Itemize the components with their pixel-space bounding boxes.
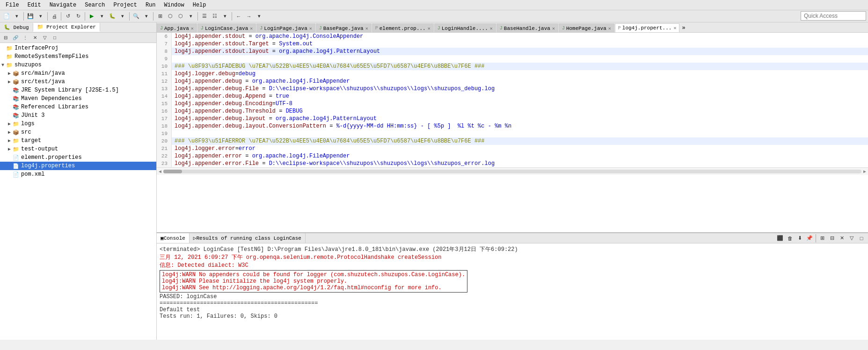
toolbar-run-dropdown[interactable]: ▾ — [97, 12, 107, 21]
menu-search[interactable]: Search — [81, 1, 109, 9]
tree-item[interactable]: 📚Referenced Libraries — [0, 103, 156, 111]
tab-close-btn[interactable]: ✕ — [552, 26, 555, 31]
console-tab-console[interactable]: ▣ Console — [157, 233, 190, 243]
toolbar-misc2[interactable]: ⬡ — [166, 12, 175, 21]
toolbar-nav-dropdown[interactable]: ▾ — [255, 12, 264, 21]
tab-close-btn[interactable]: ✕ — [309, 26, 312, 31]
console-scroll-btn[interactable]: ⬇ — [795, 234, 804, 243]
tree-toggle-icon[interactable]: ▶ — [7, 138, 12, 143]
editor-tab[interactable]: JHomePage.java✕ — [559, 23, 614, 33]
tree-item[interactable]: 📄element.properties — [0, 153, 156, 162]
menu-navigate[interactable]: Navigate — [46, 1, 80, 9]
menu-help[interactable]: Help — [189, 1, 210, 9]
menu-project[interactable]: Project — [109, 1, 140, 9]
toolbar-misc1[interactable]: ⊞ — [155, 12, 165, 21]
quick-access-input[interactable] — [801, 11, 866, 21]
tree-item[interactable]: 📚JRE System Library [J2SE-1.5] — [0, 86, 156, 94]
toolbar-fwd-btn[interactable]: → — [244, 12, 254, 21]
editor-tab[interactable]: JBasePage.java✕ — [316, 23, 372, 33]
tab-close-btn[interactable]: ✕ — [673, 25, 676, 31]
toolbar-search-dropdown[interactable]: ▾ — [142, 12, 151, 21]
tree-toggle-icon[interactable]: ▶ — [7, 129, 12, 135]
console-view-btn[interactable]: ⊞ — [817, 234, 827, 243]
toolbar-undo-btn[interactable]: ↺ — [63, 12, 73, 21]
tabs-overflow-btn[interactable]: » — [680, 24, 687, 32]
console-max-btn[interactable]: □ — [857, 234, 866, 243]
toolbar-new-btn[interactable]: 📄 — [2, 12, 11, 21]
console-close-btn[interactable]: ✕ — [837, 234, 846, 243]
toolbar-layout1[interactable]: ☰ — [200, 12, 209, 21]
sidebar-close-btn[interactable]: ✕ — [30, 33, 40, 43]
toolbar-save-btn[interactable]: 💾 — [26, 12, 35, 21]
tree-item[interactable]: ▶📦src — [0, 128, 156, 136]
console-pin-btn[interactable]: 📌 — [805, 234, 814, 243]
menu-run[interactable]: Run — [142, 1, 160, 9]
toolbar-dropdown[interactable]: ▾ — [12, 12, 22, 21]
tree-item[interactable]: ▶📁target — [0, 136, 156, 145]
editor-tab[interactable]: JLoginCase.java✕ — [197, 23, 256, 33]
tab-close-btn[interactable]: ✕ — [365, 26, 368, 31]
sidebar-collapse-btn[interactable]: ⊟ — [1, 33, 10, 43]
tab-close-btn[interactable]: ✕ — [490, 26, 493, 31]
tab-close-btn[interactable]: ✕ — [428, 26, 430, 31]
menu-window[interactable]: Window — [160, 1, 188, 9]
console-tab-results[interactable]: ▷ Results of running class LoginCase — [190, 233, 306, 243]
menu-edit[interactable]: Edit — [24, 1, 45, 9]
console-stop-btn[interactable]: ⬛ — [775, 234, 785, 243]
tab-close-btn[interactable]: ✕ — [608, 26, 611, 31]
menu-file[interactable]: File — [2, 1, 23, 9]
toolbar-misc3[interactable]: ⬡ — [176, 12, 185, 21]
sidebar-tab-project-explorer[interactable]: 📁 Project Explorer — [33, 23, 100, 32]
scroll-thumb[interactable] — [163, 170, 182, 173]
tree-toggle-icon[interactable]: ▼ — [0, 63, 6, 68]
toolbar-layout-dropdown[interactable]: ▾ — [220, 12, 230, 21]
editor-tab[interactable]: JApp.java✕ — [157, 23, 197, 33]
tree-item[interactable]: ▼📁shuzupos — [0, 61, 156, 69]
tab-close-btn[interactable]: ✕ — [191, 26, 194, 31]
tree-item[interactable]: 📚Maven Dependencies — [0, 94, 156, 103]
toolbar-search-btn[interactable]: 🔍 — [131, 12, 141, 21]
tree-toggle-icon[interactable]: ▶ — [7, 71, 12, 76]
toolbar-misc4[interactable]: ▾ — [186, 12, 196, 21]
editor-tab[interactable]: Pelement.prop...✕ — [372, 23, 434, 33]
tree-item[interactable]: ▶📁logs — [0, 120, 156, 128]
toolbar-redo-btn[interactable]: ↻ — [73, 12, 83, 21]
sidebar-tab-debug[interactable]: 🐛 Debug — [0, 23, 33, 31]
sidebar-link-btn[interactable]: 🔗 — [11, 33, 20, 43]
tree-item[interactable]: ▶📦src/test/java — [0, 78, 156, 86]
toolbar-back-btn[interactable]: ← — [234, 12, 243, 21]
tree-item[interactable]: 📄log4j.properties — [0, 162, 156, 170]
scroll-track[interactable] — [163, 170, 861, 173]
scroll-arrow-left[interactable]: ◀ — [159, 169, 161, 174]
tree-item[interactable]: 📁InterfaceProj — [0, 44, 156, 52]
horizontal-scrollbar[interactable]: ◀ ▶ — [157, 167, 868, 175]
tree-toggle-icon[interactable]: ▶ — [7, 121, 12, 127]
tree-toggle-icon[interactable]: ▶ — [7, 146, 12, 152]
toolbar-print-btn[interactable]: 🖨 — [50, 12, 59, 21]
sidebar-dots-btn[interactable]: ⋮ — [21, 33, 30, 43]
tree-item[interactable]: ▶📦src/main/java — [0, 69, 156, 78]
editor-area[interactable]: 6log4j.appender.stdout = org.apache.log4… — [157, 33, 868, 232]
tree-item[interactable]: 📚JUnit 3 — [0, 111, 156, 120]
editor-tab[interactable]: JBaseHandle.java✕ — [496, 23, 558, 33]
tree-toggle-icon[interactable]: ▶ — [7, 79, 12, 85]
editor-tab[interactable]: Plog4j.propert...✕ — [615, 23, 680, 33]
editor-tab[interactable]: JLoginHandle....✕ — [434, 23, 496, 33]
toolbar-debug-dropdown[interactable]: ▾ — [118, 12, 127, 21]
editor-tab[interactable]: JLoginPage.java✕ — [256, 23, 315, 33]
toolbar-run-btn[interactable]: ▶ — [87, 12, 96, 21]
toolbar-dropdown2[interactable]: ▾ — [36, 12, 45, 21]
console-clear-btn[interactable]: 🗑 — [785, 234, 795, 243]
console-layout-btn[interactable]: ⊟ — [827, 234, 837, 243]
sidebar-min-btn[interactable]: ▽ — [40, 33, 50, 43]
project-explorer-icon: 📁 — [37, 24, 44, 30]
toolbar-layout2[interactable]: ☷ — [210, 12, 219, 21]
console-min-btn[interactable]: ▽ — [847, 234, 856, 243]
tree-item[interactable]: ▶📁test-output — [0, 145, 156, 153]
toolbar-debug-btn[interactable]: 🐛 — [108, 12, 117, 21]
sidebar-max-btn[interactable]: □ — [50, 33, 59, 43]
tab-close-btn[interactable]: ✕ — [250, 26, 253, 31]
tree-item[interactable]: 📁RemoteSystemsTempFiles — [0, 52, 156, 61]
scroll-arrow-right[interactable]: ▶ — [863, 169, 866, 174]
tree-item[interactable]: 📄pom.xml — [0, 170, 156, 179]
